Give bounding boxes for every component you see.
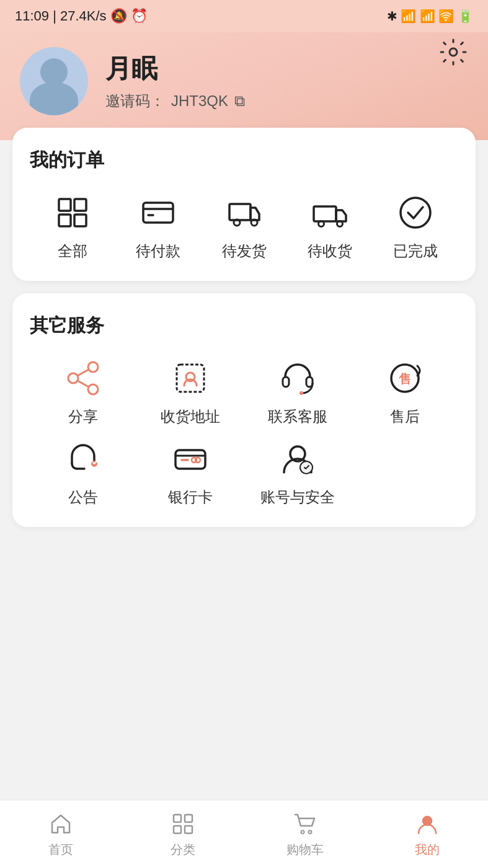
service-announcement[interactable]: 公告 [30,436,137,507]
address-label: 收货地址 [161,407,220,427]
orders-card: 我的订单 全部 [12,128,476,281]
completed-icon [393,190,438,235]
after-sale-label: 售后 [390,407,420,427]
after-sale-icon: 售 [383,356,427,401]
copy-invite-code-button[interactable]: ⧉ [234,92,245,110]
pending-ship-icon [222,190,267,235]
home-nav-icon [47,810,74,838]
svg-point-0 [450,48,457,56]
share-icon [61,356,105,401]
svg-rect-5 [143,203,173,223]
order-items-grid: 全部 待付款 [30,190,458,261]
svg-point-17 [68,373,78,383]
svg-point-12 [318,221,324,227]
svg-rect-8 [229,204,251,220]
status-bar: 11:09 | 27.4K/s 🔕 ⏰ ✱ 📶 📶 🛜 🔋 [0,0,488,32]
cart-nav-icon [291,810,319,838]
svg-rect-1 [59,199,71,211]
svg-point-9 [234,219,240,226]
customer-service-label: 联系客服 [268,407,327,427]
svg-rect-3 [59,215,71,226]
nav-category[interactable]: 分类 [122,810,244,858]
share-label: 分享 [68,407,98,427]
category-nav-label: 分类 [171,841,195,858]
svg-rect-2 [74,199,86,211]
svg-point-15 [88,362,98,372]
svg-point-14 [401,198,430,228]
pending-pay-icon [136,190,180,235]
pending-receive-label: 待收货 [308,241,352,261]
service-empty [351,436,458,507]
all-orders-icon [50,190,95,235]
service-address[interactable]: 收货地址 [137,356,244,427]
order-item-all[interactable]: 全部 [30,190,115,261]
service-account-security[interactable]: 账号与安全 [244,436,352,507]
order-item-pending-receive[interactable]: 待收货 [287,190,373,261]
profile-name: 月眠 [105,51,468,86]
announcement-icon [61,436,105,481]
category-nav-icon [169,810,197,838]
completed-label: 已完成 [393,241,438,261]
announcement-label: 公告 [68,487,98,507]
order-item-completed[interactable]: 已完成 [373,190,458,261]
services-row-2: 公告 银行卡 [30,436,458,507]
svg-point-16 [88,384,98,394]
svg-rect-20 [177,365,204,392]
svg-point-24 [299,391,303,395]
customer-service-icon [275,356,320,401]
svg-rect-4 [74,215,86,226]
main-content: 我的订单 全部 [0,128,488,614]
cart-nav-label: 购物车 [286,841,324,858]
nav-mine[interactable]: 我的 [366,810,488,858]
order-item-pending-ship[interactable]: 待发货 [201,190,286,261]
pending-pay-label: 待付款 [136,241,180,261]
svg-point-39 [308,831,311,834]
mine-nav-icon [414,810,441,838]
svg-line-18 [78,370,89,376]
nav-home[interactable]: 首页 [0,810,122,858]
profile-header: 月眠 邀请码： JHT3QK ⧉ [0,32,488,140]
svg-point-38 [301,831,304,834]
svg-rect-34 [174,815,181,822]
svg-point-10 [251,219,257,226]
svg-rect-37 [185,826,192,833]
svg-rect-22 [283,377,289,387]
status-time-network: 11:09 | 27.4K/s 🔕 ⏰ [15,8,148,24]
svg-rect-11 [314,206,336,221]
svg-point-30 [195,458,200,463]
bank-card-icon [168,436,213,481]
service-bank-card[interactable]: 银行卡 [137,436,244,507]
nav-cart[interactable]: 购物车 [244,810,366,858]
profile-text: 月眠 邀请码： JHT3QK ⧉ [105,51,468,111]
service-customer[interactable]: 联系客服 [244,356,352,427]
services-row-1: 分享 收货地址 [30,356,458,427]
bottom-nav: 首页 分类 购物车 [0,800,488,868]
profile-info: 月眠 邀请码： JHT3QK ⧉ [20,47,468,115]
pending-receive-icon [308,190,352,235]
svg-rect-36 [174,826,181,833]
avatar[interactable] [20,47,88,115]
services-title: 其它服务 [30,313,458,339]
all-orders-label: 全部 [58,241,87,261]
mine-nav-label: 我的 [415,841,440,858]
bank-card-label: 银行卡 [168,487,213,507]
svg-line-19 [78,381,89,387]
svg-point-13 [337,221,342,227]
account-security-label: 账号与安全 [260,487,335,507]
order-item-pending-pay[interactable]: 待付款 [115,190,201,261]
services-card: 其它服务 分享 [12,293,476,527]
settings-button[interactable] [438,37,468,73]
address-icon [168,356,213,401]
svg-text:售: 售 [399,372,411,386]
svg-rect-35 [185,815,192,822]
account-security-icon [275,436,320,481]
status-icons: ✱ 📶 📶 🛜 🔋 [387,9,473,24]
pending-ship-label: 待发货 [222,241,267,261]
service-after-sale[interactable]: 售 售后 [351,356,458,427]
service-share[interactable]: 分享 [30,356,137,427]
home-nav-label: 首页 [48,841,73,858]
invite-code: 邀请码： JHT3QK ⧉ [105,91,468,111]
orders-title: 我的订单 [30,148,458,173]
